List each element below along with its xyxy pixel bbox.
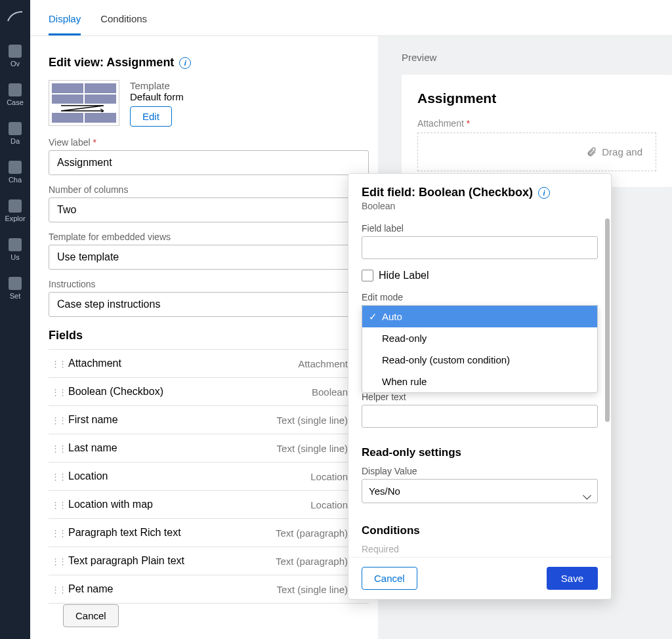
field-name: First name — [68, 414, 277, 426]
field-type: Attachment — [298, 358, 348, 369]
tab-conditions[interactable]: Conditions — [100, 13, 147, 35]
embedded-template-label: Template for embedded views — [49, 232, 369, 242]
field-type: Text (single line) — [277, 415, 348, 426]
edit-mode-option-readonly-custom[interactable]: Read-only (custom condition) — [362, 349, 597, 371]
readonly-settings-heading: Read-only settings — [362, 446, 598, 459]
edit-field-panel: Edit field: Boolean (Checkbox) i Boolean… — [348, 173, 612, 600]
drag-handle-icon[interactable]: ⋮⋮ — [51, 500, 60, 510]
template-edit-button[interactable]: Edit — [130, 106, 172, 127]
info-icon[interactable]: i — [538, 187, 550, 199]
sidebar-item-data[interactable]: Da — [0, 117, 30, 150]
fields-heading: Fields — [49, 329, 369, 342]
field-row[interactable]: ⋮⋮Pet nameText (single line) — [49, 575, 369, 604]
fields-list: ⋮⋮AttachmentAttachment⋮⋮Boolean (Checkbo… — [49, 349, 369, 604]
drag-handle-icon[interactable]: ⋮⋮ — [51, 585, 60, 594]
sidebar-item-overview[interactable]: Ov — [0, 39, 30, 73]
embedded-template-select[interactable] — [49, 245, 369, 270]
field-row[interactable]: ⋮⋮Text paragraph Plain textText (paragra… — [49, 547, 369, 575]
drag-handle-icon[interactable]: ⋮⋮ — [51, 387, 60, 397]
field-type: Text (paragraph) — [276, 527, 348, 539]
panel-title: Edit field: Boolean (Checkbox) i — [362, 186, 598, 199]
hide-label-text: Hide Label — [379, 270, 429, 281]
helper-text-label: Helper text — [362, 392, 598, 402]
field-name: Pet name — [68, 583, 277, 595]
view-label-input[interactable] — [49, 150, 369, 175]
edit-mode-option-readonly[interactable]: Read-only — [362, 327, 597, 349]
field-type: Boolean — [312, 386, 348, 398]
settings-icon — [9, 277, 22, 290]
field-type: Text (single line) — [277, 443, 348, 454]
num-columns-select[interactable] — [49, 197, 369, 222]
preview-card: Assignment Attachment * Drag and — [402, 75, 672, 187]
drag-handle-icon[interactable]: ⋮⋮ — [51, 359, 60, 369]
instructions-input[interactable] — [49, 292, 369, 317]
field-row[interactable]: ⋮⋮Last nameText (single line) — [49, 434, 369, 463]
preview-label: Preview — [402, 52, 672, 63]
panel-save-button[interactable]: Save — [547, 567, 598, 590]
edit-view-heading: Edit view: Assignment i — [49, 56, 369, 70]
users-icon — [9, 238, 22, 251]
drag-handle-icon[interactable]: ⋮⋮ — [51, 472, 60, 482]
drag-handle-icon[interactable]: ⋮⋮ — [51, 415, 60, 425]
sidebar-item-case[interactable]: Case — [0, 78, 30, 112]
field-type: Location — [310, 499, 348, 510]
field-name: Paragraph text Rich text — [68, 527, 276, 539]
app-sidebar: Ov Case Da Cha Explor Us Set — [0, 0, 30, 639]
tabs: Display Conditions — [30, 0, 672, 36]
paperclip-icon — [586, 147, 597, 157]
info-icon[interactable]: i — [179, 57, 191, 69]
panel-scrollbar[interactable] — [605, 218, 610, 422]
field-row[interactable]: ⋮⋮First nameText (single line) — [49, 406, 369, 434]
edit-mode-option-auto[interactable]: Auto — [362, 306, 597, 327]
panel-cancel-button[interactable]: Cancel — [362, 567, 417, 590]
page-cancel-button[interactable]: Cancel — [63, 604, 119, 627]
template-row: Template Default form Edit — [49, 80, 369, 127]
helper-text-input[interactable] — [362, 405, 598, 428]
edit-view-pane: Edit view: Assignment i Template Default… — [30, 36, 378, 639]
panel-footer: Cancel Save — [348, 557, 611, 599]
preview-title: Assignment — [417, 91, 656, 106]
field-name: Location with map — [68, 499, 310, 510]
display-value-select[interactable] — [362, 479, 598, 503]
field-row[interactable]: ⋮⋮Paragraph text Rich textText (paragrap… — [49, 519, 369, 547]
tab-display[interactable]: Display — [49, 13, 81, 35]
edit-mode-option-when-rule[interactable]: When rule — [362, 371, 597, 392]
num-columns-label: Number of columns — [49, 184, 369, 195]
drag-handle-icon[interactable]: ⋮⋮ — [51, 443, 60, 453]
field-row[interactable]: ⋮⋮Boolean (Checkbox)Boolean — [49, 378, 369, 406]
field-type: Text (single line) — [277, 584, 348, 595]
conditions-heading: Conditions — [362, 524, 598, 537]
drag-handle-icon[interactable]: ⋮⋮ — [51, 556, 60, 566]
channels-icon — [9, 161, 22, 174]
attachment-dropzone[interactable]: Drag and — [417, 133, 656, 171]
case-icon — [9, 83, 22, 96]
data-icon — [9, 122, 22, 135]
field-type: Text (paragraph) — [276, 556, 348, 567]
edit-mode-dropdown[interactable]: Auto Auto Read-only Read-only (custom co… — [362, 305, 598, 329]
template-info: Template Default form Edit — [130, 80, 184, 127]
template-thumbnail — [49, 80, 119, 126]
edit-mode-label: Edit mode — [362, 292, 598, 302]
field-row[interactable]: ⋮⋮AttachmentAttachment — [49, 350, 369, 378]
drag-handle-icon[interactable]: ⋮⋮ — [51, 528, 60, 538]
field-name: Location — [68, 470, 310, 482]
field-row[interactable]: ⋮⋮Location with mapLocation — [49, 491, 369, 519]
view-label-label: View label * — [49, 137, 369, 148]
display-value-label: Display Value — [362, 466, 598, 476]
field-name: Boolean (Checkbox) — [68, 386, 312, 398]
hide-label-checkbox[interactable] — [362, 270, 373, 281]
sidebar-item-users[interactable]: Us — [0, 233, 30, 266]
panel-body: Edit field: Boolean (Checkbox) i Boolean… — [348, 174, 611, 557]
field-label-label: Field label — [362, 223, 598, 234]
sidebar-item-channels[interactable]: Cha — [0, 155, 30, 189]
field-type: Location — [310, 471, 348, 482]
instructions-label: Instructions — [49, 279, 369, 289]
field-name: Text paragraph Plain text — [68, 555, 276, 567]
sidebar-item-explore[interactable]: Explor — [0, 194, 30, 228]
overview-icon — [9, 45, 22, 58]
field-label-input[interactable] — [362, 236, 598, 259]
field-row[interactable]: ⋮⋮LocationLocation — [49, 463, 369, 491]
edit-mode-menu: Auto Read-only Read-only (custom conditi… — [362, 305, 598, 393]
hide-label-row[interactable]: Hide Label — [362, 270, 598, 281]
sidebar-item-settings[interactable]: Set — [0, 272, 30, 305]
